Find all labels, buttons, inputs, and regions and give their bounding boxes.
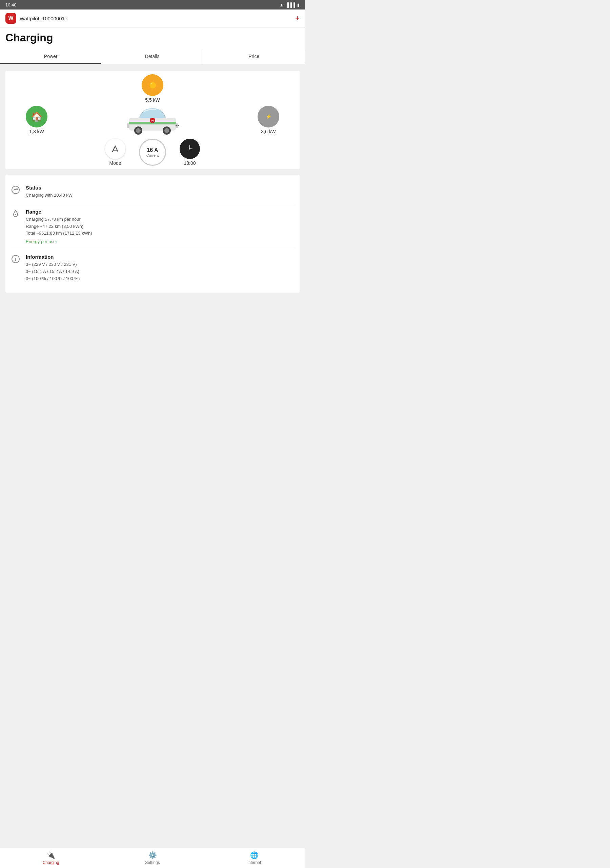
info-cards: Status Charging with 10,40 kW Range Char… [5,175,300,293]
svg-point-19 [15,214,16,215]
device-name: Wattpilot_10000001 [20,16,65,22]
status-time: 10:40 [5,2,17,8]
information-info: i Information 3~ (229 V / 230 V / 231 V)… [11,249,294,287]
range-title: Range [26,209,92,215]
signal-icon: ▐▐▐ [286,2,295,8]
time-button[interactable] [180,139,200,159]
current-value: 16 A [147,147,158,153]
range-content: Range Charging 57,78 km per hour Range ~… [26,209,92,244]
header-left: W Wattpilot_10000001 › [5,13,68,24]
time-label: 18:00 [184,160,195,166]
sun-icon: ☀️ [142,74,163,96]
home-section: 🏠 1,3 kW [26,106,48,134]
tab-power[interactable]: Power [0,50,101,64]
car-image: W [125,105,180,135]
information-title: Information [26,254,80,260]
page-title: Charging [0,28,305,50]
status-info: Status Charging with 10,40 kW [11,180,294,204]
status-icons: ▲ ▐▐▐ ▮ [279,2,300,8]
svg-rect-11 [127,123,130,128]
app-logo: W [5,13,16,24]
tab-price[interactable]: Price [203,50,305,64]
home-icon: 🏠 [26,106,48,127]
sun-power: 5,5 kW [145,97,160,103]
home-power: 1,3 kW [29,129,44,134]
energy-per-user-link[interactable]: Energy per user [26,239,92,244]
sun-section: ☀️ 5,5 kW [142,74,163,103]
chevron-icon: › [66,16,68,22]
time-section: 18:00 [180,139,200,166]
grid-section: ⚡ 3,6 kW [257,106,279,134]
mode-section: Mode [105,139,125,166]
car-section: W [48,105,257,135]
power-diagram: ☀️ 5,5 kW 🏠 1,3 kW [5,71,300,169]
sun-row: ☀️ 5,5 kW [5,74,300,103]
current-section: 16 A Current [139,139,166,166]
mode-button[interactable] [105,139,125,159]
current-button[interactable]: 16 A Current [139,139,166,166]
status-content: Status Charging with 10,40 kW [26,185,73,199]
grid-icon: ⚡ [257,106,279,127]
battery-icon: ▮ [297,2,300,8]
add-button[interactable]: + [295,14,300,23]
main-content: ☀️ 5,5 kW 🏠 1,3 kW [0,64,305,327]
status-bar: 10:40 ▲ ▐▐▐ ▮ [0,0,305,9]
svg-point-17 [189,148,190,150]
grid-power: 3,6 kW [261,129,276,134]
range-text: Charging 57,78 km per hour Range ~47,22 … [26,216,92,237]
information-content: Information 3~ (229 V / 230 V / 231 V) 3… [26,254,80,282]
svg-text:W: W [151,119,154,122]
information-text: 3~ (229 V / 230 V / 231 V) 3~ (15.1 A / … [26,261,80,282]
range-icon [11,209,20,220]
svg-text:⚡: ⚡ [266,114,272,120]
wifi-icon: ▲ [279,2,284,8]
current-label: Current [146,153,159,157]
svg-point-7 [136,128,141,133]
svg-point-9 [164,128,169,133]
status-icon [11,186,20,196]
mode-label: Mode [109,160,121,166]
tab-bar: Power Details Price [0,50,305,64]
information-icon: i [11,255,20,265]
header: W Wattpilot_10000001 › + [0,9,305,28]
middle-row: 🏠 1,3 kW [5,105,300,135]
status-title: Status [26,185,73,191]
bottom-row: Mode 16 A Current 18:00 [5,139,300,166]
range-info: Range Charging 57,78 km per hour Range ~… [11,204,294,249]
device-selector[interactable]: Wattpilot_10000001 › [20,16,68,22]
svg-text:i: i [15,257,16,262]
tab-details[interactable]: Details [101,50,203,64]
status-text: Charging with 10,40 kW [26,192,73,199]
